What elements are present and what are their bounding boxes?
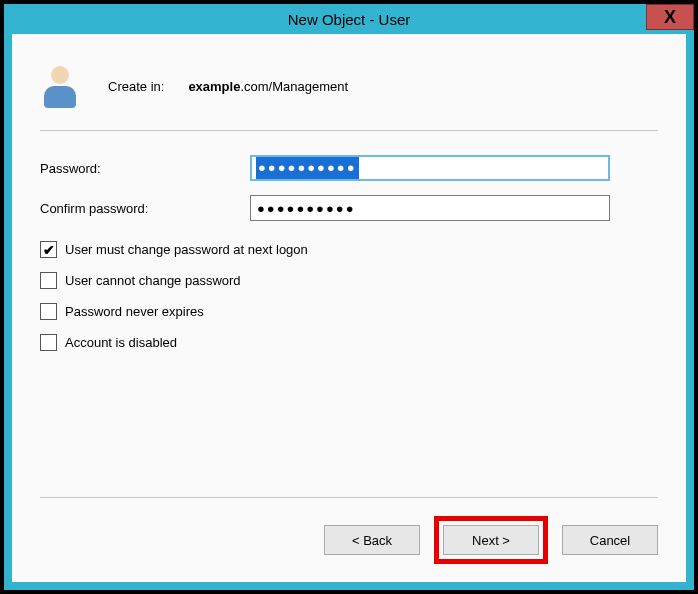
create-in: Create in: example.com/Management — [108, 79, 348, 94]
window-title: New Object - User — [288, 11, 411, 28]
user-icon — [40, 64, 80, 108]
password-label: Password: — [40, 161, 250, 176]
separator — [40, 130, 658, 131]
next-highlight: Next > — [434, 516, 548, 564]
password-value: ●●●●●●●●●● — [256, 157, 359, 179]
client-area: Create in: example.com/Management Passwo… — [12, 34, 686, 582]
password-row: Password: ●●●●●●●●●● — [40, 153, 658, 183]
option-label: Password never expires — [65, 304, 204, 319]
titlebar: New Object - User X — [4, 4, 694, 34]
dialog-window: New Object - User X Create in: example.c… — [4, 4, 694, 590]
checkbox-icon — [40, 334, 57, 351]
options-group: User must change password at next logon … — [40, 241, 658, 351]
close-button[interactable]: X — [646, 4, 694, 30]
back-button[interactable]: < Back — [324, 525, 420, 555]
option-never-expires[interactable]: Password never expires — [40, 303, 658, 320]
create-in-path: example.com/Management — [188, 79, 348, 94]
cancel-button[interactable]: Cancel — [562, 525, 658, 555]
option-label: User must change password at next logon — [65, 242, 308, 257]
confirm-row: Confirm password: — [40, 193, 658, 223]
option-cannot-change[interactable]: User cannot change password — [40, 272, 658, 289]
create-in-label: Create in: — [108, 79, 164, 94]
header-row: Create in: example.com/Management — [40, 54, 658, 130]
option-disabled[interactable]: Account is disabled — [40, 334, 658, 351]
option-must-change[interactable]: User must change password at next logon — [40, 241, 658, 258]
checkbox-icon — [40, 272, 57, 289]
checkbox-icon — [40, 303, 57, 320]
footer-buttons: < Back Next > Cancel — [40, 497, 658, 564]
confirm-label: Confirm password: — [40, 201, 250, 216]
next-button[interactable]: Next > — [443, 525, 539, 555]
checkbox-icon — [40, 241, 57, 258]
option-label: User cannot change password — [65, 273, 241, 288]
option-label: Account is disabled — [65, 335, 177, 350]
password-form: Password: ●●●●●●●●●● Confirm password: — [40, 145, 658, 223]
confirm-input[interactable] — [250, 195, 610, 221]
password-input[interactable]: ●●●●●●●●●● — [250, 155, 610, 181]
